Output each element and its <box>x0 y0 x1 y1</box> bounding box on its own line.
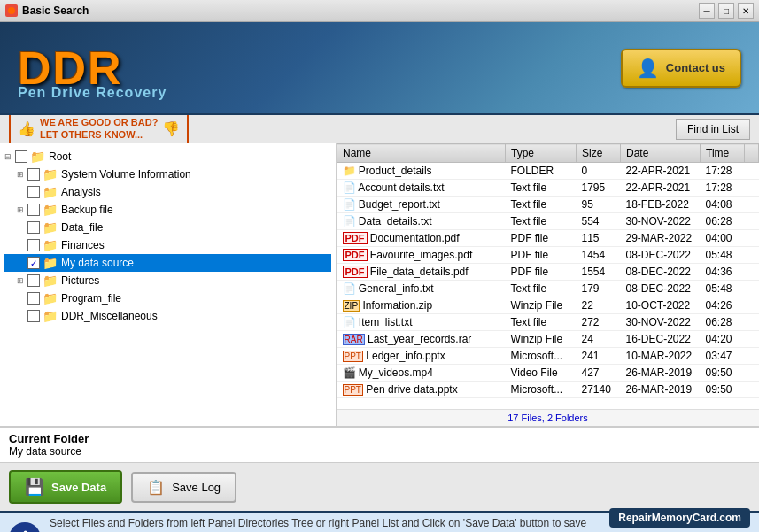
tree-item-my-data-source[interactable]: ✓ 📁 My data source <box>4 254 331 272</box>
find-in-list-button[interactable]: Find in List <box>676 119 750 140</box>
file-icon: 📄 <box>343 215 356 227</box>
main-content: ⊟ 📁 Root ⊞ 📁 System Volume Information 📁… <box>0 143 759 427</box>
contact-button[interactable]: 👤 Contact us <box>621 49 741 88</box>
current-folder-label: Current Folder <box>9 432 750 445</box>
table-row[interactable]: PPT Pen drive data.pptx Microsoft...2714… <box>337 382 759 398</box>
title-bar-controls: ─ □ ✕ <box>699 3 754 19</box>
status-text: Select Files and Folders from left Panel… <box>50 516 600 532</box>
checkbox[interactable] <box>27 239 40 251</box>
tree-item[interactable]: 📁 Analysis <box>4 183 331 201</box>
root-checkbox[interactable] <box>15 150 27 163</box>
folder-icon: 📁 <box>43 256 58 270</box>
item-label: Finances <box>61 239 105 251</box>
root-label: Root <box>49 150 71 163</box>
table-row[interactable]: PDF Documentation.pdf PDF file11529-MAR-… <box>337 230 759 247</box>
item-label: Pictures <box>61 274 99 287</box>
title-bar: Basic Search ─ □ ✕ <box>0 0 759 22</box>
save-log-icon: 📋 <box>147 479 165 496</box>
file-table: Name Type Size Date Time 📁 Product_detai… <box>337 143 759 398</box>
table-row[interactable]: PDF Favourite_images.pdf PDF file145408-… <box>337 247 759 264</box>
rating-icon-left: 👍 <box>18 120 35 137</box>
file-icon: 📄 <box>343 282 356 295</box>
checkbox[interactable] <box>27 186 40 198</box>
svg-point-0 <box>8 7 15 14</box>
tree-item[interactable]: ⊞ 📁 Pictures <box>4 272 331 289</box>
table-row[interactable]: 📄 Data_details.txt Text file55430-NOV-20… <box>337 213 759 230</box>
file-icon: PDF <box>343 232 368 244</box>
expander: ⊞ <box>17 276 27 285</box>
status-bar: ℹ Select Files and Folders from left Pan… <box>0 511 759 532</box>
maximize-button[interactable]: □ <box>718 3 734 19</box>
close-button[interactable]: ✕ <box>738 3 754 19</box>
col-time[interactable]: Time <box>701 144 745 163</box>
current-folder-value: My data source <box>9 445 750 458</box>
expander: ⊞ <box>17 205 27 214</box>
title-bar-left: Basic Search <box>5 4 89 17</box>
table-row[interactable]: ZIP Information.zip Winzip File2210-OCT-… <box>337 297 759 314</box>
tree-panel: ⊟ 📁 Root ⊞ 📁 System Volume Information 📁… <box>0 143 337 426</box>
file-icon: 📄 <box>343 181 356 194</box>
tree-item[interactable]: 📁 DDR_Miscellaneous <box>4 307 331 325</box>
folder-icon: 📁 <box>43 185 58 199</box>
folder-icon: 📁 <box>43 238 58 252</box>
rating-badge[interactable]: 👍 WE ARE GOOD OR BAD? LET OTHERS KNOW...… <box>9 112 189 144</box>
table-row[interactable]: 🎬 My_videos.mp4 Video File42726-MAR-2019… <box>337 365 759 382</box>
file-icon: 📁 <box>343 165 356 177</box>
checkbox[interactable]: ✓ <box>27 257 40 269</box>
col-date[interactable]: Date <box>621 144 701 163</box>
checkbox[interactable] <box>27 274 40 287</box>
rating-icon-right: 👎 <box>162 120 180 137</box>
actions-bar: 💾 Save Data 📋 Save Log <box>0 462 759 511</box>
tree-item[interactable]: 📁 Data_file <box>4 219 331 236</box>
table-row[interactable]: PPT Ledger_info.pptx Microsoft...24110-M… <box>337 348 759 365</box>
col-name[interactable]: Name <box>337 144 506 163</box>
tree-item[interactable]: 📁 Finances <box>4 236 331 254</box>
tree-item[interactable]: ⊞ 📁 System Volume Information <box>4 166 331 183</box>
folder-icon: 📁 <box>43 309 58 323</box>
table-row[interactable]: 📁 Product_details FOLDER022-APR-202117:2… <box>337 163 759 180</box>
save-data-label: Save Data <box>51 481 106 494</box>
minimize-button[interactable]: ─ <box>699 3 715 19</box>
table-row[interactable]: 📄 Budget_report.txt Text file9518-FEB-20… <box>337 197 759 213</box>
folder-icon: 📁 <box>43 274 58 288</box>
header: DDR Pen Drive Recovery 👤 Contact us <box>0 22 759 115</box>
tree-item[interactable]: ⊞ 📁 Backup file <box>4 201 331 219</box>
file-icon: PPT <box>343 384 363 396</box>
contact-label: Contact us <box>666 61 725 74</box>
current-folder-section: Current Folder My data source <box>0 427 759 462</box>
checkbox[interactable] <box>27 292 40 305</box>
checkbox[interactable] <box>27 310 40 322</box>
window-title: Basic Search <box>22 4 89 17</box>
item-label: Analysis <box>61 186 101 198</box>
item-label: DDR_Miscellaneous <box>61 310 158 322</box>
save-data-button[interactable]: 💾 Save Data <box>9 470 122 504</box>
scroll-placeholder <box>745 144 759 163</box>
file-icon: 🎬 <box>343 366 356 379</box>
save-log-button[interactable]: 📋 Save Log <box>131 472 236 503</box>
file-icon: PDF <box>343 266 368 278</box>
checkbox[interactable] <box>27 168 40 181</box>
item-label: Program_file <box>61 292 121 305</box>
checkbox[interactable] <box>27 204 40 216</box>
table-row[interactable]: PDF File_data_details.pdf PDF file155408… <box>337 264 759 281</box>
table-row[interactable]: 📄 Account details.txt Text file179522-AP… <box>337 180 759 197</box>
folder-icon: 📁 <box>43 291 58 305</box>
root-folder-icon: 📁 <box>30 150 45 164</box>
rating-text: WE ARE GOOD OR BAD? LET OTHERS KNOW... <box>40 117 158 140</box>
table-row[interactable]: 📄 General_info.txt Text file17908-DEC-20… <box>337 281 759 297</box>
folder-icon: 📁 <box>43 203 58 217</box>
folder-icon: 📁 <box>43 220 58 235</box>
col-size[interactable]: Size <box>577 144 621 163</box>
table-row[interactable]: RAR Last_year_records.rar Winzip File241… <box>337 331 759 348</box>
contact-icon: 👤 <box>637 58 659 79</box>
rating-bar: 👍 WE ARE GOOD OR BAD? LET OTHERS KNOW...… <box>0 115 759 143</box>
col-type[interactable]: Type <box>506 144 577 163</box>
table-row[interactable]: 📄 Item_list.txt Text file27230-NOV-20220… <box>337 314 759 331</box>
file-icon: PPT <box>343 351 363 362</box>
tree-root[interactable]: ⊟ 📁 Root <box>4 148 331 166</box>
product-name: Pen Drive Recovery <box>18 85 167 101</box>
checkbox[interactable] <box>27 221 40 234</box>
item-label: My data source <box>61 257 134 269</box>
file-icon: PDF <box>343 249 368 261</box>
tree-item[interactable]: 📁 Program_file <box>4 289 331 307</box>
